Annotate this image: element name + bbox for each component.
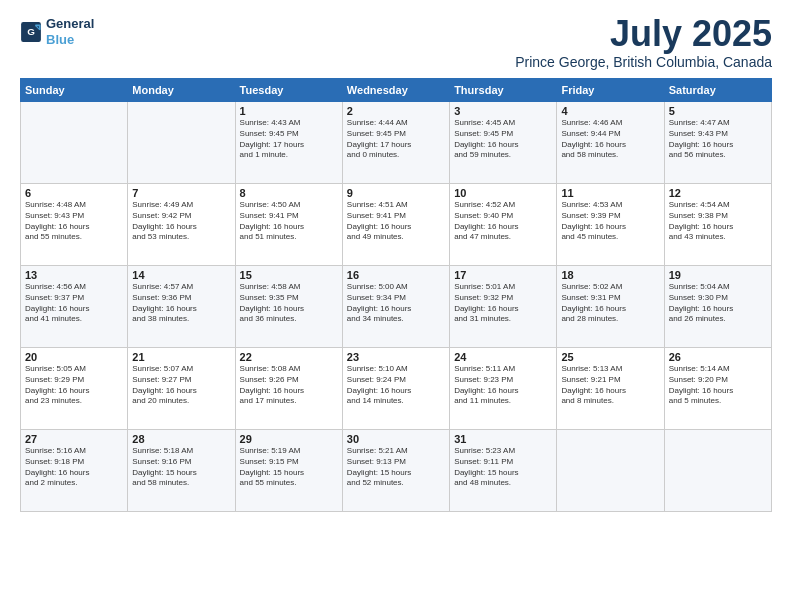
day-info: Sunrise: 5:10 AM Sunset: 9:24 PM Dayligh… xyxy=(347,364,445,407)
day-info: Sunrise: 4:53 AM Sunset: 9:39 PM Dayligh… xyxy=(561,200,659,243)
calendar-cell: 19Sunrise: 5:04 AM Sunset: 9:30 PM Dayli… xyxy=(664,266,771,348)
day-info: Sunrise: 5:21 AM Sunset: 9:13 PM Dayligh… xyxy=(347,446,445,489)
calendar-cell: 28Sunrise: 5:18 AM Sunset: 9:16 PM Dayli… xyxy=(128,430,235,512)
day-info: Sunrise: 5:07 AM Sunset: 9:27 PM Dayligh… xyxy=(132,364,230,407)
main-title: July 2025 xyxy=(515,16,772,52)
day-number: 23 xyxy=(347,351,445,363)
day-number: 1 xyxy=(240,105,338,117)
day-info: Sunrise: 4:51 AM Sunset: 9:41 PM Dayligh… xyxy=(347,200,445,243)
calendar-cell: 1Sunrise: 4:43 AM Sunset: 9:45 PM Daylig… xyxy=(235,102,342,184)
subtitle: Prince George, British Columbia, Canada xyxy=(515,54,772,70)
calendar-cell: 12Sunrise: 4:54 AM Sunset: 9:38 PM Dayli… xyxy=(664,184,771,266)
title-block: July 2025 Prince George, British Columbi… xyxy=(515,16,772,70)
day-number: 26 xyxy=(669,351,767,363)
day-number: 13 xyxy=(25,269,123,281)
day-header-tuesday: Tuesday xyxy=(235,79,342,102)
day-number: 18 xyxy=(561,269,659,281)
calendar-cell: 25Sunrise: 5:13 AM Sunset: 9:21 PM Dayli… xyxy=(557,348,664,430)
day-info: Sunrise: 5:11 AM Sunset: 9:23 PM Dayligh… xyxy=(454,364,552,407)
day-number: 29 xyxy=(240,433,338,445)
calendar-cell: 31Sunrise: 5:23 AM Sunset: 9:11 PM Dayli… xyxy=(450,430,557,512)
calendar-cell: 5Sunrise: 4:47 AM Sunset: 9:43 PM Daylig… xyxy=(664,102,771,184)
day-number: 10 xyxy=(454,187,552,199)
logo-icon: G xyxy=(20,21,42,43)
day-info: Sunrise: 4:50 AM Sunset: 9:41 PM Dayligh… xyxy=(240,200,338,243)
day-number: 8 xyxy=(240,187,338,199)
calendar-cell: 23Sunrise: 5:10 AM Sunset: 9:24 PM Dayli… xyxy=(342,348,449,430)
day-info: Sunrise: 4:52 AM Sunset: 9:40 PM Dayligh… xyxy=(454,200,552,243)
day-info: Sunrise: 4:44 AM Sunset: 9:45 PM Dayligh… xyxy=(347,118,445,161)
calendar-cell: 20Sunrise: 5:05 AM Sunset: 9:29 PM Dayli… xyxy=(21,348,128,430)
day-number: 6 xyxy=(25,187,123,199)
day-number: 15 xyxy=(240,269,338,281)
day-info: Sunrise: 5:05 AM Sunset: 9:29 PM Dayligh… xyxy=(25,364,123,407)
calendar-cell: 27Sunrise: 5:16 AM Sunset: 9:18 PM Dayli… xyxy=(21,430,128,512)
day-info: Sunrise: 4:47 AM Sunset: 9:43 PM Dayligh… xyxy=(669,118,767,161)
calendar-cell: 21Sunrise: 5:07 AM Sunset: 9:27 PM Dayli… xyxy=(128,348,235,430)
day-info: Sunrise: 5:16 AM Sunset: 9:18 PM Dayligh… xyxy=(25,446,123,489)
calendar-cell: 18Sunrise: 5:02 AM Sunset: 9:31 PM Dayli… xyxy=(557,266,664,348)
week-row-2: 6Sunrise: 4:48 AM Sunset: 9:43 PM Daylig… xyxy=(21,184,772,266)
day-number: 31 xyxy=(454,433,552,445)
day-info: Sunrise: 4:45 AM Sunset: 9:45 PM Dayligh… xyxy=(454,118,552,161)
day-number: 30 xyxy=(347,433,445,445)
calendar-cell: 7Sunrise: 4:49 AM Sunset: 9:42 PM Daylig… xyxy=(128,184,235,266)
day-info: Sunrise: 5:02 AM Sunset: 9:31 PM Dayligh… xyxy=(561,282,659,325)
day-number: 14 xyxy=(132,269,230,281)
calendar-cell: 22Sunrise: 5:08 AM Sunset: 9:26 PM Dayli… xyxy=(235,348,342,430)
calendar-cell xyxy=(664,430,771,512)
day-header-wednesday: Wednesday xyxy=(342,79,449,102)
day-number: 19 xyxy=(669,269,767,281)
day-number: 20 xyxy=(25,351,123,363)
week-row-1: 1Sunrise: 4:43 AM Sunset: 9:45 PM Daylig… xyxy=(21,102,772,184)
day-info: Sunrise: 5:00 AM Sunset: 9:34 PM Dayligh… xyxy=(347,282,445,325)
day-number: 16 xyxy=(347,269,445,281)
calendar-cell xyxy=(557,430,664,512)
calendar-cell: 10Sunrise: 4:52 AM Sunset: 9:40 PM Dayli… xyxy=(450,184,557,266)
calendar-cell: 8Sunrise: 4:50 AM Sunset: 9:41 PM Daylig… xyxy=(235,184,342,266)
day-info: Sunrise: 4:43 AM Sunset: 9:45 PM Dayligh… xyxy=(240,118,338,161)
day-info: Sunrise: 5:18 AM Sunset: 9:16 PM Dayligh… xyxy=(132,446,230,489)
day-number: 12 xyxy=(669,187,767,199)
day-header-sunday: Sunday xyxy=(21,79,128,102)
day-header-monday: Monday xyxy=(128,79,235,102)
day-info: Sunrise: 5:19 AM Sunset: 9:15 PM Dayligh… xyxy=(240,446,338,489)
day-number: 7 xyxy=(132,187,230,199)
day-info: Sunrise: 5:23 AM Sunset: 9:11 PM Dayligh… xyxy=(454,446,552,489)
calendar-cell: 13Sunrise: 4:56 AM Sunset: 9:37 PM Dayli… xyxy=(21,266,128,348)
day-number: 21 xyxy=(132,351,230,363)
day-number: 3 xyxy=(454,105,552,117)
day-number: 24 xyxy=(454,351,552,363)
calendar-cell: 24Sunrise: 5:11 AM Sunset: 9:23 PM Dayli… xyxy=(450,348,557,430)
calendar-cell: 4Sunrise: 4:46 AM Sunset: 9:44 PM Daylig… xyxy=(557,102,664,184)
calendar-cell: 17Sunrise: 5:01 AM Sunset: 9:32 PM Dayli… xyxy=(450,266,557,348)
logo: G General Blue xyxy=(20,16,94,47)
day-info: Sunrise: 5:14 AM Sunset: 9:20 PM Dayligh… xyxy=(669,364,767,407)
week-row-3: 13Sunrise: 4:56 AM Sunset: 9:37 PM Dayli… xyxy=(21,266,772,348)
week-row-4: 20Sunrise: 5:05 AM Sunset: 9:29 PM Dayli… xyxy=(21,348,772,430)
day-header-thursday: Thursday xyxy=(450,79,557,102)
day-number: 4 xyxy=(561,105,659,117)
day-info: Sunrise: 5:08 AM Sunset: 9:26 PM Dayligh… xyxy=(240,364,338,407)
day-number: 5 xyxy=(669,105,767,117)
calendar-cell xyxy=(128,102,235,184)
calendar-cell: 15Sunrise: 4:58 AM Sunset: 9:35 PM Dayli… xyxy=(235,266,342,348)
calendar-cell xyxy=(21,102,128,184)
calendar-cell: 14Sunrise: 4:57 AM Sunset: 9:36 PM Dayli… xyxy=(128,266,235,348)
day-info: Sunrise: 4:49 AM Sunset: 9:42 PM Dayligh… xyxy=(132,200,230,243)
day-info: Sunrise: 5:01 AM Sunset: 9:32 PM Dayligh… xyxy=(454,282,552,325)
calendar-cell: 16Sunrise: 5:00 AM Sunset: 9:34 PM Dayli… xyxy=(342,266,449,348)
calendar-cell: 11Sunrise: 4:53 AM Sunset: 9:39 PM Dayli… xyxy=(557,184,664,266)
day-number: 22 xyxy=(240,351,338,363)
page-header: G General Blue July 2025 Prince George, … xyxy=(20,16,772,70)
day-info: Sunrise: 4:46 AM Sunset: 9:44 PM Dayligh… xyxy=(561,118,659,161)
logo-text: General Blue xyxy=(46,16,94,47)
day-number: 27 xyxy=(25,433,123,445)
day-number: 25 xyxy=(561,351,659,363)
day-info: Sunrise: 5:04 AM Sunset: 9:30 PM Dayligh… xyxy=(669,282,767,325)
calendar-cell: 6Sunrise: 4:48 AM Sunset: 9:43 PM Daylig… xyxy=(21,184,128,266)
calendar-cell: 26Sunrise: 5:14 AM Sunset: 9:20 PM Dayli… xyxy=(664,348,771,430)
day-info: Sunrise: 4:58 AM Sunset: 9:35 PM Dayligh… xyxy=(240,282,338,325)
calendar-cell: 30Sunrise: 5:21 AM Sunset: 9:13 PM Dayli… xyxy=(342,430,449,512)
day-header-saturday: Saturday xyxy=(664,79,771,102)
